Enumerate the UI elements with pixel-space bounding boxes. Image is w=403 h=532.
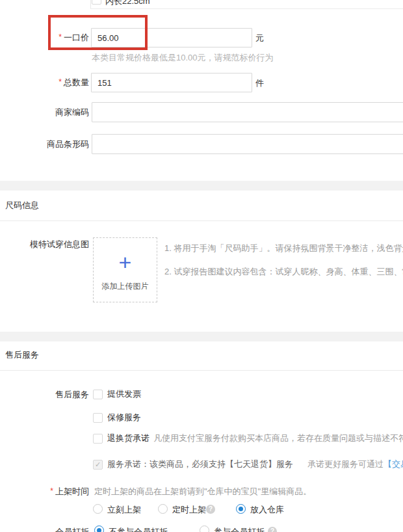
upload-image-label: 添加上传图片 (102, 281, 149, 292)
section-divider (0, 220, 403, 221)
radio-no-member-discount-label[interactable]: 不参与会员打折 (109, 527, 168, 532)
upload-image-button[interactable]: + 添加上传图片 (93, 237, 157, 302)
barcode-label: 商品条形码 (0, 139, 89, 149)
section-separator (0, 332, 403, 341)
section-divider (0, 370, 403, 371)
radio-put-in-warehouse[interactable] (236, 504, 246, 514)
panel-left-border (90, 0, 91, 9)
merchant-code-label: 商家编码 (0, 107, 89, 117)
section-separator (0, 181, 403, 191)
model-fit-hint-2: 2. 试穿报告图建议内容包含：试穿人昵称、身高、体重、三围、常穿鞋 (164, 267, 403, 276)
radio-no-member-discount[interactable] (94, 525, 104, 532)
listing-time-label: *上架时间 (0, 486, 89, 496)
quantity-unit: 件 (255, 78, 264, 88)
member-discount-help-icon[interactable]: ? (268, 527, 277, 532)
invoice-checkbox[interactable] (93, 390, 103, 399)
model-fit-label: 模特试穿信息图 (0, 239, 89, 249)
merchant-code-input[interactable] (92, 102, 403, 122)
radio-member-discount-label[interactable]: 参与会员打折 (214, 527, 265, 532)
service-promise-checkbox: ✓ (93, 460, 103, 470)
price-hint: 本类目常规价格最低是10.00元，请规范标价行为 (92, 53, 274, 62)
warranty-checkbox[interactable] (93, 413, 103, 423)
price-label: *一口价 (0, 33, 89, 42)
inner-length-label[interactable]: 内长22.5cm (105, 0, 150, 6)
size-info-section-title: 尺码信息 (5, 200, 39, 211)
return-promise-label[interactable]: 退换货承诺 (107, 432, 150, 444)
trade-contract-link[interactable]: 【交易合约】 (384, 459, 403, 470)
radio-list-scheduled[interactable] (158, 504, 168, 514)
return-promise-desc: 凡使用支付宝服务付款购买本店商品，若存在质量问题或与描述不符，本 (153, 432, 403, 444)
member-discount-label: 会员打折 (0, 527, 89, 532)
listing-time-note: 定时上架的商品在上架前请到"仓库中的宝贝"里编辑商品。 (94, 486, 311, 496)
after-sale-service-label: 售后服务 (0, 390, 89, 399)
service-promise-row: ✓ 服务承诺：该类商品，必须支持【七天退货】服务 承诺更好服务可通过 【交易合约… (93, 459, 403, 470)
radio-member-discount[interactable] (200, 525, 209, 532)
product-edit-form: 内长22.5cm *一口价 元 本类目常规价格最低是10.00元，请规范标价行为… (0, 0, 403, 532)
barcode-input[interactable] (92, 134, 403, 154)
price-input[interactable] (91, 28, 252, 47)
service-promise-extra: 承诺更好服务可通过 (307, 459, 384, 470)
radio-list-now-label[interactable]: 立刻上架 (107, 505, 141, 514)
radio-list-scheduled-label[interactable]: 定时上架 (172, 505, 206, 514)
required-asterisk: * (50, 486, 53, 496)
model-fit-hint-1: 1. 将用于手淘「尺码助手」。请保持氛围背景干净整洁，浅色背景，不 (164, 243, 403, 253)
quantity-label: *总数量 (0, 77, 89, 87)
quantity-input[interactable] (91, 73, 252, 92)
panel-bottom-border (90, 8, 403, 9)
required-asterisk: * (58, 33, 62, 42)
warranty-option-row: 保修服务 (93, 412, 141, 423)
after-sale-section-title: 售后服务 (5, 350, 39, 360)
price-unit: 元 (255, 33, 264, 43)
scheduled-help-icon[interactable]: ? (206, 505, 215, 514)
radio-put-in-warehouse-label[interactable]: 放入仓库 (250, 505, 284, 514)
invoice-label[interactable]: 提供发票 (107, 388, 141, 400)
required-asterisk: * (58, 77, 62, 86)
inner-length-checkbox[interactable] (92, 0, 101, 5)
return-promise-checkbox[interactable] (93, 434, 103, 444)
invoice-option-row: 提供发票 (93, 388, 141, 400)
return-promise-option-row: 退换货承诺 凡使用支付宝服务付款购买本店商品，若存在质量问题或与描述不符，本 (93, 432, 403, 444)
radio-list-now[interactable] (93, 504, 103, 514)
warranty-label[interactable]: 保修服务 (107, 412, 141, 423)
service-promise-text: 服务承诺：该类商品，必须支持【七天退货】服务 (107, 459, 293, 470)
plus-icon: + (119, 252, 132, 272)
